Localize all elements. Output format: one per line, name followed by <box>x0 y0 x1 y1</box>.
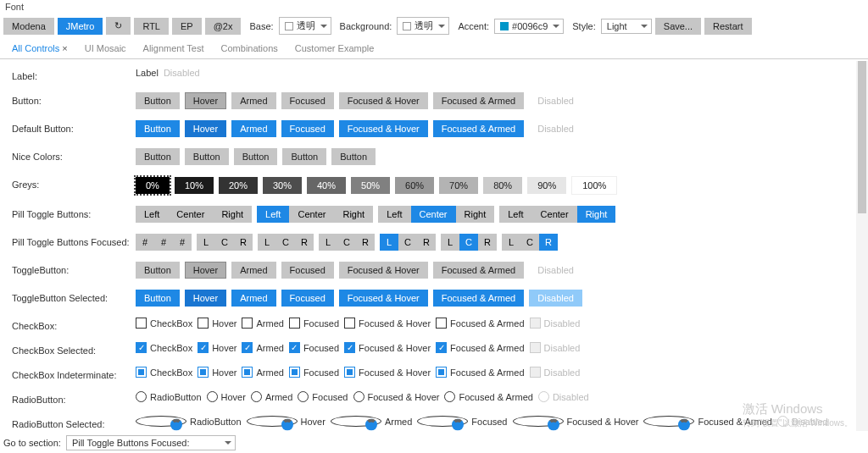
scrollbar-thumb[interactable] <box>858 61 866 213</box>
togglesel-focused-hover[interactable]: Focused & Hover <box>339 290 428 307</box>
togglesel-armed[interactable]: Armed <box>231 290 275 307</box>
label-disabled: Disabled <box>164 68 200 78</box>
nice-button-3[interactable]: Button <box>234 148 278 165</box>
reload-button[interactable]: ↻ <box>106 17 131 35</box>
checkbox-focused-hover[interactable]: Focused & Hover <box>344 318 431 329</box>
checkbox-focused[interactable]: Focused <box>289 318 339 329</box>
theme-jmetro-button[interactable]: JMetro <box>58 18 103 35</box>
radio-focused-hover[interactable]: Focused & Hover <box>353 391 440 402</box>
button-hover[interactable]: Hover <box>185 92 226 109</box>
button-focused-armed[interactable]: Focused & Armed <box>433 92 524 109</box>
togglesel-normal[interactable]: Button <box>136 290 180 307</box>
checkboxind-focused[interactable]: Focused <box>289 367 339 378</box>
grey-90: 90% <box>527 177 566 194</box>
pillf-1[interactable]: ### <box>136 234 192 251</box>
vertical-scrollbar[interactable] <box>856 61 868 431</box>
pillf-6[interactable]: LCR <box>441 234 497 251</box>
button-disabled: Disabled <box>529 92 582 109</box>
defbutton-focused[interactable]: Focused <box>281 120 334 137</box>
togglesel-hover[interactable]: Hover <box>185 290 226 307</box>
tab-customer-example[interactable]: Customer Example <box>295 43 375 53</box>
pillf-2[interactable]: LCR <box>197 234 253 251</box>
radiosel-hover[interactable]: Hover <box>247 416 326 427</box>
toggle-focused-armed[interactable]: Focused & Armed <box>433 262 524 279</box>
pill-4[interactable]: LeftCenterRight <box>499 206 615 223</box>
accent-color-select[interactable]: #0096c9 <box>494 19 564 34</box>
radio-focused-armed[interactable]: Focused & Armed <box>444 391 532 402</box>
pillf-4[interactable]: LCR <box>319 234 375 251</box>
radiosel-focused-armed[interactable]: Focused & Armed <box>643 416 771 427</box>
background-color-select[interactable]: 透明 <box>397 17 449 35</box>
checkboxsel-normal[interactable]: CheckBox <box>136 342 192 353</box>
rtl-button[interactable]: RTL <box>134 18 169 35</box>
radio-normal[interactable]: RadioButton <box>136 391 202 402</box>
togglesel-focused-armed[interactable]: Focused & Armed <box>433 290 524 307</box>
save-button[interactable]: Save... <box>655 18 701 35</box>
defbutton-normal[interactable]: Button <box>136 120 180 137</box>
button-focused[interactable]: Focused <box>281 92 334 109</box>
radio-focused[interactable]: Focused <box>298 391 348 402</box>
radio-armed[interactable]: Armed <box>251 391 292 402</box>
tab-combinations[interactable]: Combinations <box>221 43 278 53</box>
ep-button[interactable]: EP <box>172 18 202 35</box>
checkboxind-normal[interactable]: CheckBox <box>136 367 192 378</box>
label-normal: Label <box>136 68 159 78</box>
theme-modena-button[interactable]: Modena <box>3 18 54 35</box>
nice-button-5[interactable]: Button <box>331 148 376 165</box>
checkbox-focused-armed[interactable]: Focused & Armed <box>436 318 524 329</box>
toggle-focused[interactable]: Focused <box>281 262 334 279</box>
nice-button-4[interactable]: Button <box>282 148 326 165</box>
checkbox-armed[interactable]: Armed <box>242 318 283 329</box>
row-checkbox-indeterminate: CheckBox Indeterminate: CheckBox Hover A… <box>12 367 853 380</box>
tab-all-controls[interactable]: All Controls× <box>12 43 68 53</box>
checkboxind-armed[interactable]: Armed <box>242 367 283 378</box>
radiosel-armed[interactable]: Armed <box>331 416 412 427</box>
togglesel-focused[interactable]: Focused <box>281 290 334 307</box>
nice-button-1[interactable]: Button <box>136 148 180 165</box>
goto-section-select[interactable]: Pill Toggle Buttons Focused: <box>66 435 236 450</box>
checkboxsel-hover[interactable]: Hover <box>198 342 236 353</box>
radiosel-focused[interactable]: Focused <box>417 416 507 427</box>
radiosel-focused-hover[interactable]: Focused & Hover <box>513 416 639 427</box>
button-normal[interactable]: Button <box>136 92 180 109</box>
pill-1[interactable]: LeftCenterRight <box>136 206 252 223</box>
checkbox-normal[interactable]: CheckBox <box>136 318 192 329</box>
tab-ui-mosaic[interactable]: UI Mosaic <box>85 43 126 53</box>
nice-button-2[interactable]: Button <box>185 148 229 165</box>
style-select[interactable]: Light <box>601 19 652 34</box>
radio-hover[interactable]: Hover <box>207 391 246 402</box>
row-radiobutton: RadioButton: RadioButton Hover Armed Foc… <box>12 391 853 405</box>
menubar[interactable]: Font <box>0 0 868 14</box>
base-color-select[interactable]: 透明 <box>279 17 331 35</box>
toggle-focused-hover[interactable]: Focused & Hover <box>339 262 428 279</box>
checkbox-hover[interactable]: Hover <box>198 318 236 329</box>
checkboxind-hover[interactable]: Hover <box>198 367 236 378</box>
close-icon[interactable]: × <box>62 43 67 53</box>
button-armed[interactable]: Armed <box>231 92 275 109</box>
pillf-3[interactable]: LCR <box>258 234 314 251</box>
defbutton-hover[interactable]: Hover <box>185 120 226 137</box>
pillf-7[interactable]: LCR <box>502 234 558 251</box>
pillf-5[interactable]: LCR <box>380 234 436 251</box>
toggle-armed[interactable]: Armed <box>231 262 275 279</box>
defbutton-focused-armed[interactable]: Focused & Armed <box>433 120 524 137</box>
checkboxsel-focused-armed[interactable]: Focused & Armed <box>436 342 524 353</box>
pill-2[interactable]: LeftCenterRight <box>257 206 373 223</box>
toggle-normal[interactable]: Button <box>136 262 180 279</box>
row-button: Button: Button Hover Armed Focused Focus… <box>12 92 853 109</box>
defbutton-focused-hover[interactable]: Focused & Hover <box>339 120 428 137</box>
at2x-button[interactable]: @2x <box>205 18 242 35</box>
checkboxind-focused-hover[interactable]: Focused & Hover <box>344 367 431 378</box>
toggle-hover[interactable]: Hover <box>185 262 226 279</box>
radiosel-normal[interactable]: RadioButton <box>136 416 242 427</box>
restart-button[interactable]: Restart <box>704 18 751 35</box>
button-focused-hover[interactable]: Focused & Hover <box>339 92 428 109</box>
menu-font[interactable]: Font <box>5 2 24 12</box>
tab-alignment-test[interactable]: Alignment Test <box>143 43 204 53</box>
pill-3[interactable]: LeftCenterRight <box>378 206 494 223</box>
checkboxsel-focused[interactable]: Focused <box>289 342 339 353</box>
checkboxind-focused-armed[interactable]: Focused & Armed <box>436 367 524 378</box>
defbutton-armed[interactable]: Armed <box>231 120 275 137</box>
checkboxsel-armed[interactable]: Armed <box>242 342 283 353</box>
checkboxsel-focused-hover[interactable]: Focused & Hover <box>344 342 431 353</box>
